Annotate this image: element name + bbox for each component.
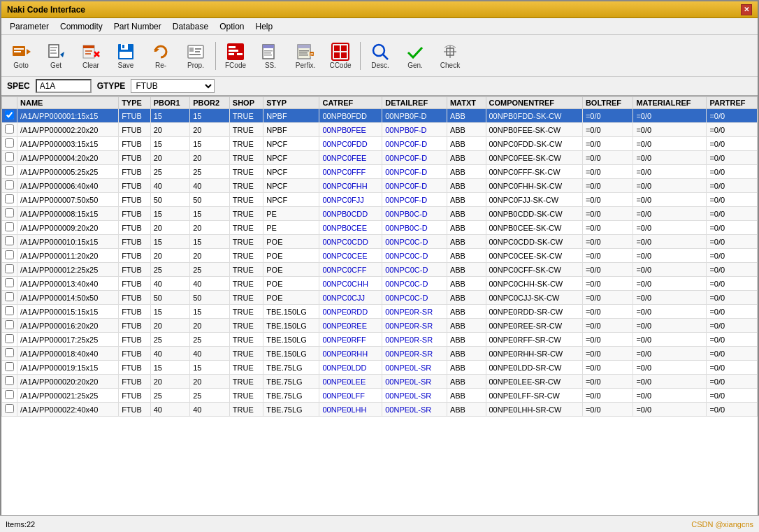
row-checkbox[interactable]	[2, 389, 17, 403]
table-row[interactable]: /A1A/PP000013:40x40 FTUB 40 40 TRUE POE …	[2, 277, 758, 291]
desc-button[interactable]: Desc.	[363, 37, 397, 75]
checkbox-input[interactable]	[5, 348, 14, 357]
clear-button[interactable]: Clear	[74, 37, 108, 75]
menu-option[interactable]: Option	[214, 20, 250, 33]
table-row[interactable]: /A1A/PP000016:20x20 FTUB 20 20 TRUE TBE.…	[2, 319, 758, 333]
row-catref: 00NPC0CEE	[319, 249, 382, 263]
table-row[interactable]: /A1A/PP000002:20x20 FTUB 20 20 TRUE NPBF…	[2, 123, 758, 137]
row-checkbox[interactable]	[2, 179, 17, 193]
menu-database[interactable]: Database	[167, 20, 214, 33]
table-row[interactable]: /A1A/PP000014:50x50 FTUB 50 50 TRUE POE …	[2, 291, 758, 305]
ss-button[interactable]: SS.	[254, 37, 287, 75]
checkbox-input[interactable]	[5, 376, 14, 385]
menu-help[interactable]: Help	[250, 20, 278, 33]
checkbox-input[interactable]	[5, 138, 14, 148]
row-pbor1: 25	[150, 389, 190, 403]
checkbox-input[interactable]	[5, 222, 14, 231]
ccode-button[interactable]: CCode	[324, 37, 357, 75]
prop-button[interactable]: Prop.	[179, 37, 212, 75]
table-row[interactable]: /A1A/PP000022:40x40 FTUB 40 40 TRUE TBE.…	[2, 403, 758, 417]
menu-partnumber[interactable]: Part Number	[108, 20, 167, 33]
row-checkbox[interactable]	[2, 235, 17, 249]
row-checkbox[interactable]	[2, 263, 17, 277]
table-row[interactable]: /A1A/PP000007:50x50 FTUB 50 50 TRUE NPCF…	[2, 193, 758, 207]
row-materialref: =0/0	[633, 263, 707, 277]
row-checkbox[interactable]	[2, 403, 17, 417]
row-checkbox[interactable]	[2, 151, 17, 165]
table-row[interactable]: /A1A/PP000001:15x15 FTUB 15 15 TRUE NPBF…	[2, 109, 758, 123]
row-checkbox[interactable]	[2, 333, 17, 347]
fcode-button[interactable]: FCode	[219, 37, 252, 75]
row-checkbox[interactable]	[2, 109, 17, 123]
scroll-wrapper[interactable]: NAME TYPE PBOR1 PBOR2 SHOP STYP CATREF D…	[1, 96, 758, 517]
spec-input[interactable]	[36, 79, 92, 93]
perfix-button[interactable]: P Perfix.	[289, 37, 322, 75]
table-row[interactable]: /A1A/PP000015:15x15 FTUB 15 15 TRUE TBE.…	[2, 305, 758, 319]
checkbox-input[interactable]	[5, 166, 14, 175]
checkbox-input[interactable]	[5, 194, 14, 203]
row-checkbox[interactable]	[2, 375, 17, 389]
row-catref: 00NPC0CHH	[319, 277, 382, 291]
checkbox-input[interactable]	[5, 404, 14, 413]
table-row[interactable]: /A1A/PP000009:20x20 FTUB 20 20 TRUE PE 0…	[2, 221, 758, 235]
gen-label: Gen.	[407, 62, 423, 70]
row-detailref: 00NPC0F-D	[382, 151, 447, 165]
row-checkbox[interactable]	[2, 291, 17, 305]
checkbox-input[interactable]	[5, 320, 14, 329]
gen-button[interactable]: Gen.	[398, 37, 432, 75]
table-row[interactable]: /A1A/PP000019:15x15 FTUB 15 15 TRUE TBE.…	[2, 361, 758, 375]
table-row[interactable]: /A1A/PP000005:25x25 FTUB 25 25 TRUE NPCF…	[2, 165, 758, 179]
row-checkbox[interactable]	[2, 137, 17, 151]
checkbox-input[interactable]	[5, 306, 14, 315]
svg-rect-46	[341, 52, 347, 58]
checkbox-input[interactable]	[5, 180, 14, 189]
row-checkbox[interactable]	[2, 249, 17, 263]
row-checkbox[interactable]	[2, 207, 17, 221]
table-row[interactable]: /A1A/PP000008:15x15 FTUB 15 15 TRUE PE 0…	[2, 207, 758, 221]
row-checkbox[interactable]	[2, 347, 17, 361]
checkbox-input[interactable]	[5, 152, 14, 161]
table-row[interactable]: /A1A/PP000010:15x15 FTUB 15 15 TRUE POE …	[2, 235, 758, 249]
checkbox-input[interactable]	[5, 362, 14, 371]
row-checkbox[interactable]	[2, 305, 17, 319]
row-checkbox[interactable]	[2, 165, 17, 179]
checkbox-input[interactable]	[5, 236, 14, 245]
table-row[interactable]: /A1A/PP000012:25x25 FTUB 25 25 TRUE POE …	[2, 263, 758, 277]
table-row[interactable]: /A1A/PP000003:15x15 FTUB 15 15 TRUE NPCF…	[2, 137, 758, 151]
checkbox-input[interactable]	[5, 250, 14, 259]
re-button[interactable]: Re-	[144, 37, 178, 75]
close-button[interactable]: ✕	[741, 4, 752, 15]
checkbox-input[interactable]	[5, 292, 14, 301]
get-button[interactable]: Get	[39, 37, 73, 75]
checkbox-input[interactable]	[5, 110, 14, 120]
menu-commodity[interactable]: Commodity	[55, 20, 108, 33]
checkbox-input[interactable]	[5, 264, 14, 273]
row-checkbox[interactable]	[2, 277, 17, 291]
table-row[interactable]: /A1A/PP000018:40x40 FTUB 40 40 TRUE TBE.…	[2, 347, 758, 361]
gtype-select[interactable]: FTUB TUBE PIPE ELBOW TEE	[131, 79, 215, 93]
checkbox-input[interactable]	[5, 278, 14, 287]
checkbox-input[interactable]	[5, 208, 14, 217]
table-row[interactable]: /A1A/PP000006:40x40 FTUB 40 40 TRUE NPCF…	[2, 179, 758, 193]
row-checkbox[interactable]	[2, 123, 17, 137]
table-row[interactable]: /A1A/PP000017:25x25 FTUB 25 25 TRUE TBE.…	[2, 333, 758, 347]
menu-parameter[interactable]: Parameter	[4, 20, 55, 33]
row-checkbox[interactable]	[2, 361, 17, 375]
goto-button[interactable]: Goto	[4, 37, 38, 75]
save-button[interactable]: Save	[109, 37, 143, 75]
table-row[interactable]: /A1A/PP000011:20x20 FTUB 20 20 TRUE POE …	[2, 249, 758, 263]
row-checkbox[interactable]	[2, 319, 17, 333]
check-button[interactable]: Check	[433, 37, 467, 75]
checkbox-input[interactable]	[5, 390, 14, 399]
row-checkbox[interactable]	[2, 221, 17, 235]
row-checkbox[interactable]	[2, 193, 17, 207]
table-row[interactable]: /A1A/PP000021:25x25 FTUB 25 25 TRUE TBE.…	[2, 389, 758, 403]
checkbox-input[interactable]	[5, 334, 14, 343]
row-pbor2: 15	[190, 235, 230, 249]
table-row[interactable]: /A1A/PP000020:20x20 FTUB 20 20 TRUE TBE.…	[2, 375, 758, 389]
spec-label: SPEC	[7, 81, 30, 91]
checkbox-input[interactable]	[5, 124, 14, 134]
row-materialref: =0/0	[633, 179, 707, 193]
table-row[interactable]: /A1A/PP000004:20x20 FTUB 20 20 TRUE NPCF…	[2, 151, 758, 165]
row-materialref: =0/0	[633, 165, 707, 179]
